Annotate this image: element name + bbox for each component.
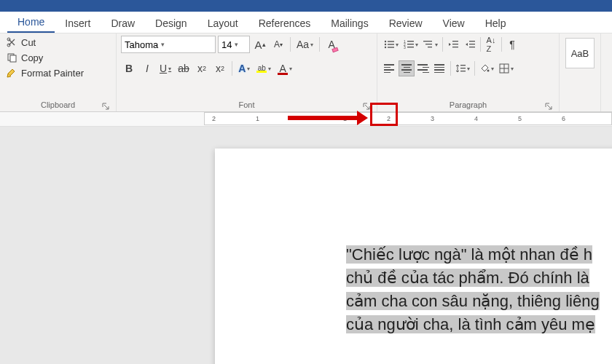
line-spacing-button[interactable]: ▾ (453, 60, 472, 77)
tab-draw[interactable]: Draw (101, 13, 145, 33)
clipboard-dialog-launcher[interactable] (101, 101, 110, 111)
svg-rect-11 (407, 41, 414, 41)
text-effects-button[interactable]: A▾ (236, 60, 252, 77)
horizontal-ruler[interactable]: 2 1 1 2 3 4 5 6 (204, 112, 612, 125)
numbering-button[interactable]: 123▾ (401, 36, 420, 53)
separator (442, 37, 443, 52)
group-font: Tahoma ▾ 14 ▾ A▴ A▾ Aa▾ A B I U▾ (117, 33, 377, 111)
separator (319, 37, 320, 52)
superscript-button[interactable]: x2 (212, 60, 228, 77)
underline-button[interactable]: U▾ (157, 60, 173, 77)
separator (290, 37, 291, 52)
change-case-button[interactable]: Aa▾ (294, 36, 315, 53)
shrink-font-button[interactable]: A▾ (270, 36, 286, 53)
text-line: "Chiếc lược ngà" là một nhan đề h (346, 245, 592, 264)
bullets-button[interactable]: ▾ (382, 36, 401, 53)
separator (232, 61, 232, 76)
page[interactable]: "Chiếc lược ngà" là một nhan đề h chủ đề… (215, 149, 612, 364)
bold-button[interactable]: B (121, 60, 137, 77)
tab-references[interactable]: References (248, 13, 321, 33)
group-label-paragraph: Paragraph (450, 100, 487, 109)
font-dialog-launcher[interactable] (361, 101, 371, 111)
svg-point-8 (385, 47, 386, 48)
document-text[interactable]: "Chiếc lược ngà" là một nhan đề h chủ đề… (346, 243, 612, 336)
svg-text:3: 3 (404, 45, 406, 49)
paintbrush-icon (6, 67, 17, 79)
ribbon-tabs: Home Insert Draw Design Layout Reference… (0, 12, 612, 33)
group-label-clipboard: Clipboard (41, 100, 75, 109)
font-name-combo[interactable]: Tahoma ▾ (121, 36, 216, 53)
highlight-icon: ab (256, 64, 267, 73)
grow-font-button[interactable]: A▴ (252, 36, 268, 53)
multilevel-icon (423, 40, 434, 49)
justify-button[interactable] (432, 60, 448, 76)
shading-button[interactable]: ▾ (477, 60, 496, 77)
tab-design[interactable]: Design (145, 13, 197, 33)
align-left-button[interactable] (382, 60, 398, 76)
svg-rect-22 (469, 41, 475, 41)
clear-formatting-button[interactable]: A (323, 36, 340, 53)
font-color-button[interactable]: A▾ (275, 60, 294, 77)
format-painter-label: Format Painter (21, 68, 84, 79)
tab-mailings[interactable]: Mailings (321, 13, 378, 33)
align-center-button[interactable] (399, 60, 415, 76)
tab-layout[interactable]: Layout (197, 13, 248, 33)
separator (501, 37, 502, 52)
svg-rect-5 (388, 41, 394, 41)
separator (450, 61, 451, 76)
svg-rect-7 (388, 44, 394, 44)
tab-insert[interactable]: Insert (55, 13, 101, 33)
multilevel-list-button[interactable]: ▾ (421, 36, 440, 53)
tab-home[interactable]: Home (7, 12, 55, 33)
style-normal-preview[interactable]: AaB (565, 38, 595, 68)
ribbon: Cut Copy Format Painter Clipboard (0, 33, 612, 112)
document-canvas[interactable]: "Chiếc lược ngà" là một nhan đề h chủ đề… (0, 127, 612, 364)
svg-rect-26 (460, 68, 466, 68)
separator (474, 61, 475, 76)
tab-review[interactable]: Review (379, 13, 433, 33)
svg-rect-19 (452, 41, 458, 41)
format-painter-button[interactable]: Format Painter (4, 66, 111, 79)
text-effects-icon: A (238, 63, 246, 74)
outdent-icon (448, 40, 458, 49)
borders-button[interactable]: ▾ (497, 60, 516, 77)
svg-rect-9 (388, 47, 394, 47)
font-size-combo[interactable]: 14 ▾ (218, 36, 250, 53)
cut-label: Cut (21, 37, 36, 48)
show-marks-button[interactable]: ¶ (504, 36, 520, 53)
italic-button[interactable]: I (139, 60, 155, 77)
font-color-icon: A (278, 63, 288, 75)
copy-button[interactable]: Copy (4, 51, 111, 64)
text-line: cảm cha con sâu nặng, thiêng liêng (346, 292, 600, 310)
tab-help[interactable]: Help (475, 13, 517, 33)
text-line: chủ đề của tác phẩm. Đó chính là (346, 269, 589, 287)
indent-icon (465, 40, 475, 49)
sort-icon: A↓Z (487, 36, 496, 53)
paragraph-dialog-launcher[interactable] (544, 101, 553, 111)
decrease-indent-button[interactable] (445, 36, 461, 53)
copy-label: Copy (21, 52, 43, 63)
align-right-button[interactable] (415, 60, 431, 76)
svg-point-28 (487, 70, 490, 72)
borders-icon (499, 63, 509, 74)
scissors-icon (6, 36, 17, 48)
tab-view[interactable]: View (433, 13, 475, 33)
svg-rect-16 (423, 41, 432, 41)
title-bar (0, 0, 612, 12)
ruler-area: 2 1 1 2 3 4 5 6 (0, 112, 612, 127)
increase-indent-button[interactable] (462, 36, 478, 53)
svg-rect-18 (428, 47, 432, 47)
subscript-button[interactable]: x2 (194, 60, 210, 77)
svg-point-6 (385, 44, 386, 45)
svg-rect-13 (407, 44, 414, 44)
bullets-icon (384, 40, 394, 49)
cut-button[interactable]: Cut (4, 36, 111, 49)
sort-button[interactable]: A↓Z (483, 36, 499, 53)
pilcrow-icon: ¶ (509, 39, 515, 50)
text-line: của người cha, là tình cảm yêu mẹ (346, 315, 595, 333)
line-spacing-icon (455, 63, 466, 74)
highlight-button[interactable]: ab▾ (254, 60, 273, 77)
svg-rect-24 (469, 47, 475, 47)
chevron-down-icon: ▾ (235, 41, 238, 48)
strikethrough-button[interactable]: ab (176, 60, 192, 77)
